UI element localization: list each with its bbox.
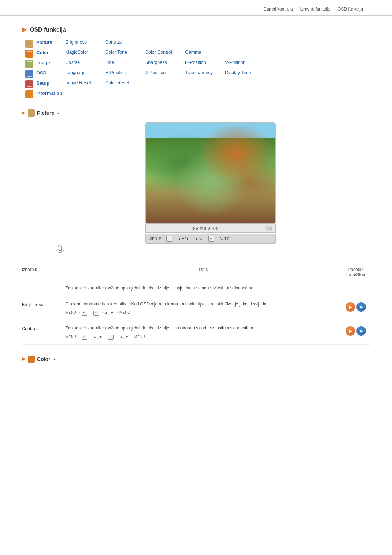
power-button-icon[interactable]: ○ <box>266 226 272 231</box>
color-icon-box <box>28 356 35 363</box>
menu-label-picture[interactable]: Picture <box>36 40 65 45</box>
osd-item-language[interactable]: Language <box>65 70 105 75</box>
row-menu-contrast: Contrast <box>22 325 65 331</box>
picture-item-brightness[interactable]: Brightness <box>65 40 105 45</box>
image-item-fine[interactable]: Fine <box>105 60 145 65</box>
row-action-empty <box>341 285 370 286</box>
icon-information <box>25 90 33 98</box>
controls-bar: MENU/ ≡ ▲▼/▼ ▲/☼ ↵ AUTO <box>145 234 276 244</box>
enter-icon: ↵ <box>82 311 87 316</box>
monitor-container: SAMSUNG ○ MENU/ ≡ ▲▼/▼ ▲/☼ ↵ AUTO <box>51 122 370 256</box>
menu-label-color[interactable]: Color <box>36 50 65 55</box>
menu-label-setup[interactable]: Setup <box>36 80 65 86</box>
image-item-coarse[interactable]: Coarse <box>65 60 105 65</box>
icon-osd <box>25 70 33 78</box>
contrast-btn-blue[interactable]: ▶ <box>356 326 366 336</box>
picture-section-label: Picture <box>37 110 54 116</box>
arrow-up-down-icon: ▲▼/▼ <box>177 237 189 241</box>
osd-item-transparency[interactable]: Transparency <box>185 70 225 75</box>
brightness-icon: ▲/☼ <box>195 237 203 241</box>
nav-izravne[interactable]: Izravne funkcije <box>300 7 330 12</box>
auto-label: AUTO <box>220 237 230 241</box>
table-row-intro: Zaslonske izbornike možete upotrijebiti … <box>22 280 370 296</box>
picture-section: Picture ▲ SAMSUNG ○ MENU/ ≡ ▲▼/▼ ▲/☼ ↵ A… <box>22 109 370 345</box>
nav-gumbi[interactable]: Gumbi kontrola <box>263 7 293 12</box>
color-small-arrow-icon <box>22 357 25 361</box>
menu-items-picture: Brightness Contrast <box>65 40 145 45</box>
row-desc-intro: Zaslonske izbornike možete upotrijebiti … <box>65 285 341 292</box>
page-content: OSD funkcija Picture Brightness Contrast… <box>0 27 392 363</box>
picture-icon-box <box>28 109 35 117</box>
menu-label-image[interactable]: Image <box>36 60 65 65</box>
osd-section-header: OSD funkcija <box>22 27 370 33</box>
osd-row-osd: OSD Language H-Position V-Position Trans… <box>25 70 370 78</box>
header-desc: Opis <box>65 267 341 277</box>
hand-cursor-indicator <box>54 244 65 256</box>
color-item-gamma[interactable]: Gamma <box>185 50 225 55</box>
top-navigation: Gumbi kontrola Izravne funkcije OSD funk… <box>0 0 392 16</box>
image-item-hposition[interactable]: H-Position <box>185 60 225 65</box>
samsung-logo: SAMSUNG <box>192 227 219 230</box>
table-header: Izbornik Opis Početak rada/Stop <box>22 264 370 280</box>
monitor-frame <box>145 122 276 224</box>
setup-item-imagereset[interactable]: Image Reset <box>65 80 105 85</box>
header-action: Početak rada/Stop <box>341 267 370 277</box>
monitor-brand-bar: SAMSUNG ○ <box>145 224 276 233</box>
picture-item-contrast[interactable]: Contrast <box>105 40 145 45</box>
enter-icon-3: ↵ <box>82 335 87 340</box>
menu-items-osd: Language H-Position V-Position Transpare… <box>65 70 265 75</box>
row-action-brightness: ▶ ▶ <box>341 301 370 312</box>
osd-row-color: Color MagicColor Color Tone Color Contro… <box>25 50 370 58</box>
menu-label-ctrl: MENU/ <box>149 237 161 241</box>
enter-icon-4: ↵ <box>108 335 114 340</box>
color-section-label: Color <box>37 356 50 362</box>
osd-row-setup: Setup Image Reset Color Reset <box>25 80 370 88</box>
brightness-btn-blue[interactable]: ▶ <box>356 302 366 312</box>
table-row-contrast: Contrast Zaslonske izbornike možete upot… <box>22 320 370 344</box>
menu-items-image: Coarse Fine Sharpness H-Position V-Posit… <box>65 60 265 65</box>
brightness-menu-path: MENU → ↵ → ↵ → ▲, ▼ → MENU <box>65 310 341 316</box>
osd-item-vposition[interactable]: V-Position <box>145 70 185 75</box>
osd-item-hposition[interactable]: H-Position <box>105 70 145 75</box>
menu-items-color: MagicColor Color Tone Color Control Gamm… <box>65 50 225 55</box>
image-item-sharpness[interactable]: Sharpness <box>145 60 185 65</box>
picture-triangle-icon: ▲ <box>56 111 60 115</box>
menu-label-osd[interactable]: OSD <box>36 70 65 76</box>
osd-row-information: Information <box>25 90 370 98</box>
color-section: Color ▲ <box>22 356 370 363</box>
row-menu-brightness: Brightness <box>22 301 65 307</box>
menu-ctrl-button[interactable]: ≡ <box>166 236 172 242</box>
table-row-brightness: Brightness Direktne kontrolne karakteris… <box>22 296 370 320</box>
osd-row-picture: Picture Brightness Contrast <box>25 40 370 48</box>
osd-section-title: OSD funkcija <box>30 27 66 33</box>
contrast-menu-path: MENU → ↵ → ▲, ▼ → ↵ → ▲, ▼ → MENU <box>65 334 341 340</box>
picture-small-arrow-icon <box>22 111 25 115</box>
brightness-btn-orange[interactable]: ▶ <box>346 302 355 312</box>
menu-label-information[interactable]: Information <box>36 90 65 96</box>
menu-items-setup: Image Reset Color Reset <box>65 80 145 85</box>
row-action-contrast: ▶ ▶ <box>341 325 370 336</box>
icon-setup <box>25 80 33 88</box>
function-table: Izbornik Opis Početak rada/Stop Zaslonsk… <box>22 264 370 345</box>
osd-table: Picture Brightness Contrast Color MagicC… <box>22 40 370 98</box>
enter-button[interactable]: ↵ <box>208 236 214 242</box>
osd-row-image: Image Coarse Fine Sharpness H-Position V… <box>25 60 370 68</box>
color-sub-title: Color ▲ <box>22 356 370 363</box>
color-item-colortone[interactable]: Color Tone <box>105 50 145 55</box>
enter-icon-2: ↵ <box>93 311 99 316</box>
picture-sub-title: Picture ▲ <box>22 109 370 117</box>
color-item-magiccolor[interactable]: MagicColor <box>65 50 105 55</box>
image-item-vposition[interactable]: V-Position <box>225 60 265 65</box>
header-menu: Izbornik <box>22 267 65 277</box>
icon-picture <box>25 40 33 48</box>
color-item-colorcontrol[interactable]: Color Control <box>145 50 185 55</box>
section-arrow-icon <box>22 27 27 32</box>
icon-color <box>25 50 33 58</box>
setup-item-colorreset[interactable]: Color Reset <box>105 80 145 85</box>
nav-osd[interactable]: OSD funkcija <box>338 7 363 12</box>
hand-icon <box>54 244 65 255</box>
row-desc-contrast: Zaslonske izbornike možete upotrijebiti … <box>65 325 341 340</box>
osd-item-displaytime[interactable]: Display Time <box>225 70 265 75</box>
contrast-btn-orange[interactable]: ▶ <box>346 326 355 336</box>
color-triangle-icon: ▲ <box>53 357 56 361</box>
